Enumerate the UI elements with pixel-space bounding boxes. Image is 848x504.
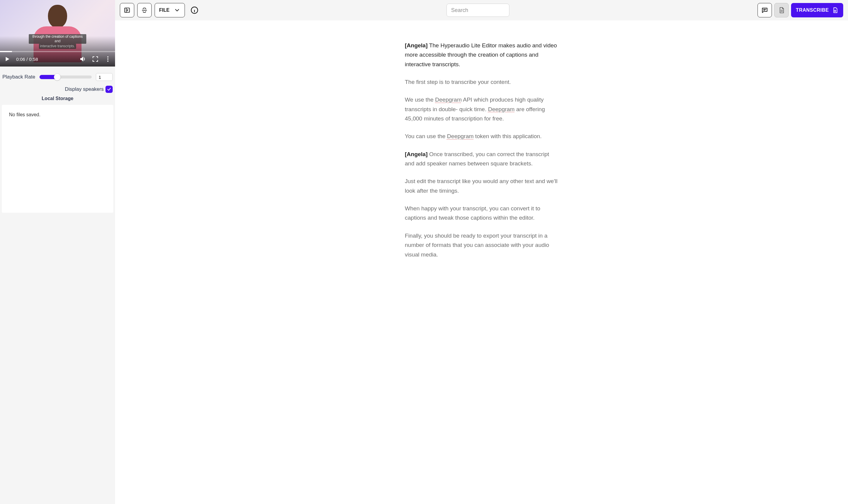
volume-icon[interactable] [79, 55, 86, 62]
spellcheck-underline[interactable]: Deepgram [488, 106, 515, 112]
display-speakers-label: Display speakers [65, 86, 104, 92]
search-input[interactable] [447, 4, 509, 17]
transcript-paragraph[interactable]: We use the Deepgram API which produces h… [405, 95, 558, 123]
comments-button[interactable] [758, 3, 772, 17]
svg-point-0 [107, 56, 108, 57]
local-storage-empty-text: No files saved. [9, 112, 106, 118]
transcript-area[interactable]: [Angela] The Hyperaudio Lite Editor make… [115, 20, 848, 504]
transcript-paragraph[interactable]: Finally, you should be ready to export y… [405, 231, 558, 259]
video-player[interactable]: through the creation of captions and int… [0, 0, 115, 67]
file-menu-label: FILE [159, 7, 169, 13]
toolbar-right-group: TRANSCRIBE [758, 3, 843, 17]
display-speakers-checkbox[interactable] [106, 86, 113, 93]
strikethrough-button[interactable] [137, 3, 151, 17]
transcribe-button[interactable]: TRANSCRIBE [791, 3, 843, 17]
svg-point-2 [107, 60, 108, 62]
panel-left-icon [124, 7, 130, 14]
video-time: 0:06 / 0:58 [16, 57, 38, 62]
playback-rate-slider[interactable] [39, 74, 92, 80]
fullscreen-icon[interactable] [92, 55, 99, 62]
transcript-paragraph[interactable]: [Angela] The Hyperaudio Lite Editor make… [405, 41, 558, 69]
transcript-paragraph[interactable]: Just edit the transcript like you would … [405, 177, 558, 195]
speaker-tag[interactable]: [Angela] [405, 42, 428, 49]
collapse-sidebar-button[interactable] [120, 3, 134, 17]
transcript-paragraph[interactable]: The first step is to transcribe your con… [405, 77, 558, 87]
document-icon [778, 6, 785, 14]
transcript-paragraph[interactable]: [Angela] Once transcribed, you can corre… [405, 149, 558, 168]
video-controls: 0:06 / 0:58 [0, 52, 115, 67]
spellcheck-underline[interactable]: Deepgram [447, 133, 474, 139]
svg-point-1 [107, 58, 108, 60]
sidebar: through the creation of captions and int… [0, 0, 115, 504]
display-speakers-row: Display speakers [0, 83, 115, 93]
play-icon[interactable] [4, 55, 11, 62]
info-icon [191, 6, 198, 14]
document-button[interactable] [774, 3, 789, 17]
spellcheck-underline[interactable]: Deepgram [435, 96, 462, 103]
playback-rate-input[interactable] [96, 73, 113, 81]
more-icon[interactable] [104, 55, 111, 62]
file-menu-button[interactable]: FILE [155, 3, 185, 17]
chat-icon [761, 6, 768, 14]
chevron-down-icon [174, 7, 180, 14]
playback-rate-row: Playback Rate [0, 67, 115, 83]
main: FILE TRANSCRIBE [Angela] The Hyperaudi [115, 0, 848, 504]
transcript-paragraph[interactable]: When happy with your transcript, you can… [405, 204, 558, 223]
speaker-tag[interactable]: [Angela] [405, 151, 428, 157]
export-icon [832, 7, 838, 14]
strikethrough-icon [141, 7, 148, 14]
local-storage-heading: Local Storage [0, 93, 115, 103]
transcript-content[interactable]: [Angela] The Hyperaudio Lite Editor make… [398, 20, 565, 291]
transcribe-label: TRANSCRIBE [796, 7, 829, 13]
info-button[interactable] [190, 6, 199, 14]
playback-rate-label: Playback Rate [2, 74, 35, 80]
toolbar: FILE TRANSCRIBE [115, 0, 848, 20]
transcript-paragraph[interactable]: You can use the Deepgram token with this… [405, 131, 558, 141]
local-storage-panel: No files saved. [2, 105, 113, 213]
